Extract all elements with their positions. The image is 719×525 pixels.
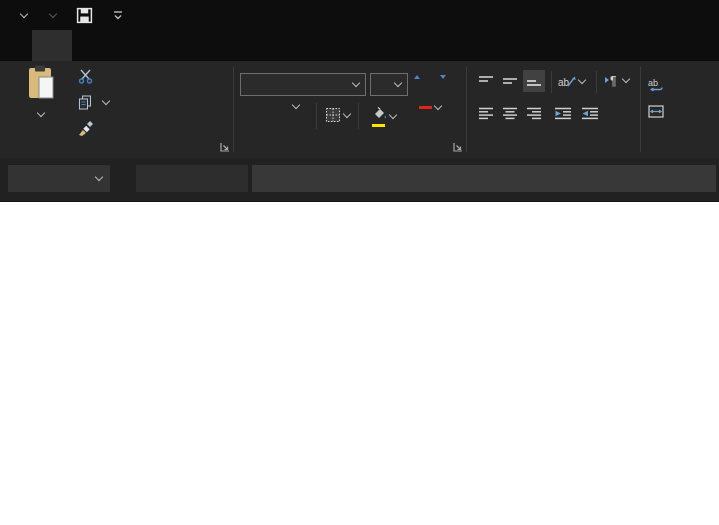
align-right-button[interactable] bbox=[523, 102, 545, 124]
font-size-dropdown-icon bbox=[394, 79, 402, 87]
name-box[interactable] bbox=[8, 165, 110, 192]
ribbon: ab ¶ bbox=[0, 61, 719, 158]
text-direction-dropdown-icon[interactable] bbox=[622, 74, 630, 82]
increase-font-size-button[interactable] bbox=[413, 75, 420, 79]
tab-data[interactable] bbox=[176, 30, 202, 61]
tab-view[interactable] bbox=[228, 30, 254, 61]
align-bottom-icon bbox=[526, 75, 542, 87]
borders-dropdown-icon[interactable] bbox=[343, 109, 351, 117]
font-color-icon bbox=[419, 105, 432, 109]
tab-insert[interactable] bbox=[72, 30, 98, 61]
orientation-dropdown-icon[interactable] bbox=[578, 75, 586, 83]
font-size-select[interactable] bbox=[370, 73, 408, 96]
paste-button[interactable] bbox=[8, 65, 74, 155]
borders-icon bbox=[325, 107, 341, 123]
align-middle-button[interactable] bbox=[499, 70, 521, 92]
align-right-icon bbox=[526, 107, 542, 120]
customize-qat-icon bbox=[113, 9, 123, 21]
format-painter-button[interactable] bbox=[78, 121, 98, 136]
formula-input[interactable] bbox=[252, 165, 716, 192]
customize-qat-button[interactable] bbox=[111, 4, 125, 26]
save-icon bbox=[76, 7, 93, 24]
text-direction-icon: ¶ bbox=[604, 73, 620, 87]
svg-text:ab: ab bbox=[558, 77, 570, 88]
font-color-dropdown-icon[interactable] bbox=[434, 101, 442, 109]
align-top-icon bbox=[478, 75, 494, 87]
text-direction-button[interactable]: ¶ bbox=[604, 73, 629, 87]
paste-dropdown-icon[interactable] bbox=[37, 109, 45, 117]
underline-dropdown-icon[interactable] bbox=[292, 101, 300, 109]
font-name-dropdown-icon bbox=[352, 79, 360, 87]
formula-buttons bbox=[136, 165, 248, 192]
underline-button[interactable] bbox=[290, 105, 299, 108]
decrease-font-size-button[interactable] bbox=[439, 75, 446, 79]
cut-icon bbox=[78, 69, 93, 84]
tab-page-layout[interactable] bbox=[124, 30, 150, 61]
font-dialog-launcher[interactable] bbox=[452, 141, 464, 153]
tab-formulas[interactable] bbox=[150, 30, 176, 61]
format-painter-icon bbox=[78, 121, 93, 136]
wrap-text-icon: ab bbox=[648, 77, 664, 92]
spreadsheet bbox=[0, 202, 719, 525]
orientation-icon: ab bbox=[558, 73, 576, 89]
undo-dropdown-icon[interactable] bbox=[20, 9, 28, 17]
svg-text:¶: ¶ bbox=[610, 74, 616, 87]
merge-center-button[interactable] bbox=[648, 105, 669, 118]
quick-access-toolbar bbox=[16, 4, 125, 26]
tab-file[interactable] bbox=[6, 30, 32, 61]
excel-window: ab ¶ bbox=[0, 0, 719, 525]
align-bottom-button[interactable] bbox=[523, 70, 545, 92]
align-center-button[interactable] bbox=[499, 102, 521, 124]
borders-button[interactable] bbox=[325, 107, 350, 123]
align-middle-icon bbox=[502, 75, 518, 87]
font-name-select[interactable] bbox=[240, 73, 366, 96]
decrease-indent-icon bbox=[554, 107, 572, 120]
align-left-button[interactable] bbox=[475, 102, 497, 124]
clipboard-dialog-launcher[interactable] bbox=[219, 141, 231, 153]
redo-button[interactable] bbox=[45, 4, 58, 26]
formula-bar bbox=[0, 158, 719, 202]
align-left-icon bbox=[478, 107, 494, 120]
merge-center-icon bbox=[648, 105, 664, 118]
decrease-font-icon bbox=[440, 75, 446, 79]
ribbon-tab-bar bbox=[0, 30, 719, 61]
cut-button[interactable] bbox=[78, 69, 98, 84]
tab-review[interactable] bbox=[202, 30, 228, 61]
title-bar bbox=[0, 0, 719, 30]
tab-home[interactable] bbox=[32, 30, 72, 61]
font-color-button[interactable] bbox=[419, 105, 441, 109]
redo-dropdown-icon[interactable] bbox=[49, 9, 57, 17]
decrease-indent-button[interactable] bbox=[551, 102, 575, 124]
wrap-text-button[interactable]: ab bbox=[648, 77, 669, 92]
align-center-icon bbox=[502, 107, 518, 120]
fill-color-icon bbox=[372, 105, 387, 127]
increase-indent-icon bbox=[581, 107, 599, 120]
align-top-button[interactable] bbox=[475, 70, 497, 92]
fill-color-dropdown-icon[interactable] bbox=[389, 110, 397, 118]
fill-color-button[interactable] bbox=[372, 105, 396, 127]
increase-indent-button[interactable] bbox=[578, 102, 602, 124]
copy-button[interactable] bbox=[78, 95, 109, 110]
orientation-button[interactable]: ab bbox=[558, 73, 585, 89]
paste-icon bbox=[26, 65, 56, 101]
tab-draw[interactable] bbox=[98, 30, 124, 61]
copy-icon bbox=[78, 95, 93, 110]
undo-button[interactable] bbox=[16, 4, 29, 26]
name-box-dropdown-icon[interactable] bbox=[95, 173, 103, 181]
increase-font-icon bbox=[414, 75, 420, 79]
copy-dropdown-icon[interactable] bbox=[102, 97, 110, 105]
svg-text:ab: ab bbox=[648, 78, 658, 88]
save-button[interactable] bbox=[74, 4, 95, 26]
